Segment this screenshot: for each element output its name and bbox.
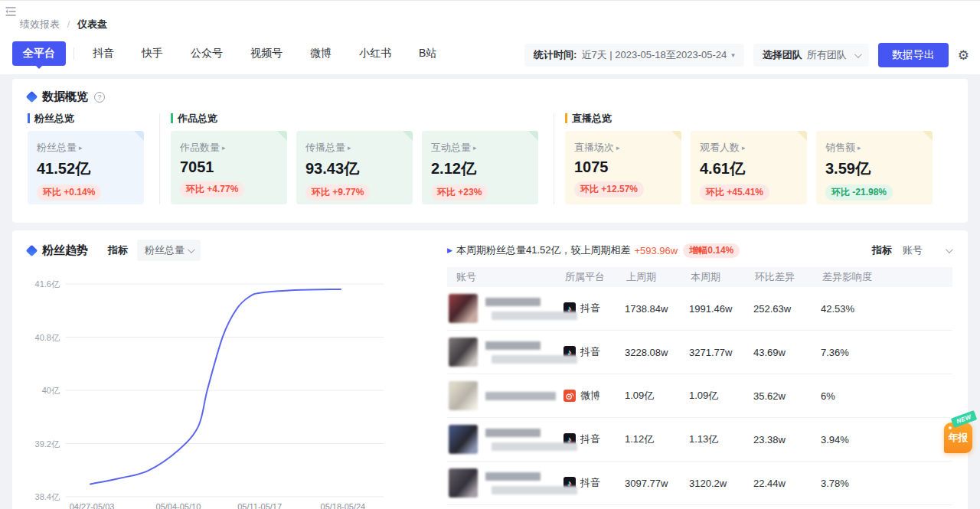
trend-badge: 环比 +45.41% bbox=[700, 184, 769, 201]
export-data-button[interactable]: 数据导出 bbox=[878, 43, 949, 67]
curr-period-value: 1.09亿 bbox=[689, 389, 753, 403]
metric-card-live-sessions[interactable]: 直播场次▸ 1075 环比 +12.57% bbox=[565, 131, 681, 204]
metric-label: 粉丝总量 bbox=[37, 141, 77, 155]
year-report-badge[interactable]: 年报 NEW bbox=[944, 423, 972, 453]
account-cell bbox=[447, 338, 564, 367]
svg-text:40亿: 40亿 bbox=[42, 386, 60, 395]
tab-douyin[interactable]: 抖音 bbox=[82, 41, 125, 66]
tab-kuaishou[interactable]: 快手 bbox=[131, 41, 174, 66]
metric-card-sales[interactable]: 销售额▸ 3.59亿 环比 -21.98% bbox=[816, 131, 933, 204]
trend-metric-select[interactable]: 粉丝总量 bbox=[137, 240, 201, 261]
expand-arrow-icon: ▸ bbox=[473, 144, 477, 152]
svg-text:40.8亿: 40.8亿 bbox=[35, 333, 60, 342]
platform-label: 抖音 bbox=[580, 476, 600, 490]
time-range-label: 统计时间: bbox=[534, 48, 577, 62]
svg-text:05/04-05/10: 05/04-05/10 bbox=[156, 502, 201, 509]
team-select-value: 所有团队 bbox=[807, 48, 847, 62]
account-metric-value: 账号 bbox=[903, 243, 923, 257]
accounts-table: 账号 所属平台 上周期 本周期 环比差异 差异影响度 ♪抖音 1738.84w … bbox=[447, 267, 952, 505]
impact-value: 3.94% bbox=[821, 434, 952, 445]
settings-gear-icon[interactable]: ⚙ bbox=[958, 49, 969, 62]
metric-card-viewers[interactable]: 观看人数▸ 4.61亿 环比 +45.41% bbox=[691, 131, 807, 204]
tab-bilibili[interactable]: B站 bbox=[408, 41, 447, 66]
fans-trend-chart: 41.6亿40.8亿40亿39.2亿38.4亿04/27-05/0305/04-… bbox=[28, 267, 441, 509]
expand-arrow-icon: ▸ bbox=[858, 144, 861, 152]
table-row[interactable]: 微博 1.09亿 1.09亿 35.62w 6% bbox=[447, 374, 952, 418]
col-diff: 环比差异 bbox=[753, 270, 821, 284]
metric-value: 3.59亿 bbox=[825, 158, 923, 179]
metric-value: 4.61亿 bbox=[700, 158, 798, 179]
expand-arrow-icon: ▸ bbox=[222, 144, 226, 152]
tab-gongzhonghao[interactable]: 公众号 bbox=[180, 41, 234, 66]
avatar bbox=[449, 425, 478, 454]
summary-delta: +593.96w bbox=[634, 245, 678, 256]
metric-card-works-count[interactable]: 作品数量▸ 7051 环比 +4.77% bbox=[171, 131, 287, 204]
sidebar-collapse-icon[interactable] bbox=[5, 6, 17, 17]
overview-groups: 粉丝总览 粉丝总量▸ 41.52亿 环比 +0.14% 作品总览 作品数量▸ 7… bbox=[28, 113, 952, 204]
weibo-icon bbox=[564, 390, 576, 402]
breadcrumb-section[interactable]: 绩效报表 bbox=[20, 18, 60, 30]
breadcrumb-current: 仪表盘 bbox=[77, 18, 107, 30]
prev-period-value: 1.12亿 bbox=[625, 432, 689, 446]
metric-value: 1075 bbox=[574, 158, 672, 176]
svg-text:39.2亿: 39.2亿 bbox=[35, 439, 60, 449]
account-metric-select[interactable]: 指标 账号 bbox=[872, 243, 952, 257]
account-cell bbox=[447, 294, 564, 323]
tab-xiaohongshu[interactable]: 小红书 bbox=[348, 41, 402, 66]
tab-weibo[interactable]: 微博 bbox=[299, 41, 342, 66]
diff-value: 35.62w bbox=[753, 390, 821, 402]
metric-card-interaction-total[interactable]: 互动总量▸ 2.12亿 环比 +23% bbox=[422, 131, 538, 204]
col-platform: 所属平台 bbox=[564, 270, 625, 284]
prev-period-value: 3228.08w bbox=[625, 347, 689, 358]
dashboard-page: { "breadcrumb": { "section": "绩效报表", "se… bbox=[0, 0, 980, 509]
avatar bbox=[449, 294, 478, 323]
expand-arrow-icon: ▸ bbox=[348, 144, 351, 152]
impact-value: 3.78% bbox=[821, 478, 952, 489]
diff-value: 22.44w bbox=[753, 478, 821, 489]
summary-growth-badge: 增幅0.14% bbox=[683, 243, 740, 258]
blurred-name bbox=[485, 429, 541, 437]
account-cell bbox=[447, 425, 564, 454]
metric-select-label: 指标 bbox=[108, 243, 128, 257]
metric-select-value: 粉丝总量 bbox=[145, 243, 185, 257]
time-range-picker[interactable]: 统计时间: 近7天 | 2023-05-18至2023-05-24 ▾ bbox=[524, 44, 744, 67]
expand-arrow-icon: ▸ bbox=[742, 144, 746, 152]
section-diamond-icon bbox=[26, 91, 38, 103]
blurred-name bbox=[485, 298, 541, 306]
svg-text:05/18-05/24: 05/18-05/24 bbox=[321, 502, 366, 509]
metric-value: 93.43亿 bbox=[305, 158, 403, 179]
col-curr-period: 本周期 bbox=[689, 270, 753, 284]
fans-trend-table-panel: ▶ 本周期粉丝总量41.52亿，较上周期相差 +593.96w 增幅0.14% … bbox=[441, 240, 952, 509]
blurred-subname bbox=[492, 312, 577, 320]
tab-shipinhao[interactable]: 视频号 bbox=[240, 41, 293, 66]
tab-all-platforms[interactable]: 全平台 bbox=[12, 41, 66, 66]
blurred-subname bbox=[492, 486, 577, 494]
section-diamond-icon bbox=[26, 244, 38, 256]
team-select[interactable]: 选择团队 所有团队 bbox=[753, 44, 869, 67]
table-row[interactable]: ♪抖音 1.12亿 1.13亿 23.38w 3.94% bbox=[447, 418, 952, 462]
trend-title: 粉丝趋势 bbox=[42, 243, 88, 258]
trend-badge: 环比 -21.98% bbox=[825, 184, 893, 201]
group-title: 直播总览 bbox=[565, 113, 933, 123]
table-row[interactable]: ♪抖音 3097.77w 3120.2w 22.44w 3.78% bbox=[447, 462, 952, 505]
blurred-name bbox=[485, 472, 541, 481]
period-summary: ▶ 本周期粉丝总量41.52亿，较上周期相差 +593.96w 增幅0.14% bbox=[447, 243, 740, 258]
blurred-subname bbox=[492, 442, 577, 451]
metric-card-fans-total[interactable]: 粉丝总量▸ 41.52亿 环比 +0.14% bbox=[28, 131, 144, 204]
impact-value: 7.36% bbox=[821, 347, 952, 358]
avatar bbox=[449, 468, 478, 498]
trend-badge: 环比 +9.77% bbox=[305, 184, 370, 201]
platform-tabs: 全平台 抖音 快手 公众号 视频号 微博 小红书 B站 bbox=[12, 41, 453, 66]
caret-down-icon: ▾ bbox=[731, 51, 735, 59]
curr-period-value: 1991.46w bbox=[689, 303, 753, 315]
overview-title: 数据概览 bbox=[42, 90, 88, 104]
platform-label: 抖音 bbox=[580, 345, 600, 359]
platform-label: 抖音 bbox=[580, 302, 600, 315]
table-row[interactable]: ♪抖音 1738.84w 1991.46w 252.63w 42.53% bbox=[447, 287, 952, 331]
table-row[interactable]: ♪抖音 3228.08w 3271.77w 43.69w 7.36% bbox=[447, 331, 952, 374]
curr-period-value: 3271.77w bbox=[689, 347, 753, 358]
prev-period-value: 1.09亿 bbox=[625, 389, 689, 403]
help-icon[interactable]: ? bbox=[94, 92, 105, 103]
metric-card-spread-total[interactable]: 传播总量▸ 93.43亿 环比 +9.77% bbox=[296, 131, 413, 204]
top-header: 绩效报表 / 仪表盘 全平台 抖音 快手 公众号 视频号 微博 小红书 B站 统… bbox=[0, 0, 980, 74]
